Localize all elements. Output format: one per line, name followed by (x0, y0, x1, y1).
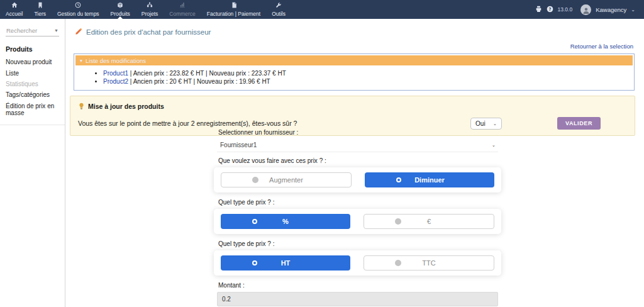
sidebar-item-tags-categories[interactable]: Tags/catégories (6, 89, 65, 100)
price-edit-form: Selectionner un fournisseur : Fournisseu… (217, 129, 498, 306)
modifications-box: ▾ Liste des modifications Product1 | Anc… (74, 53, 635, 91)
sidebar-menu: Produits Nouveau produit Liste Statistiq… (0, 36, 65, 125)
supplier-select[interactable]: Fournisseur1 ⌄ (217, 139, 498, 152)
sidebar-item-statistiques: Statistiques (6, 79, 65, 89)
confirm-select[interactable]: Oui ⌄ (470, 118, 502, 130)
action-toggle-group: Augmenter Diminuer (214, 167, 501, 193)
page-title-row: Edition des prix d'achat par fournisseur (75, 26, 644, 38)
modifications-list: Product1 | Ancien prix : 223.82 € HT | N… (74, 70, 634, 85)
modification-detail: | Ancien prix : 20 € HT | Nouveau prix :… (128, 78, 270, 85)
modification-item: Product1 | Ancien prix : 223.82 € HT | N… (103, 70, 634, 77)
supplier-select-value: Fournisseur1 (220, 142, 257, 148)
nav-item-label: Facturation | Paiement (207, 11, 260, 17)
radio-selected-icon (396, 177, 401, 182)
nav-item-label: Accueil (6, 11, 23, 17)
nav-item-tiers[interactable]: Tiers (28, 0, 52, 19)
wrench-icon (275, 2, 282, 9)
sitemap-icon (147, 2, 153, 9)
topnav-right: ? 13.0.0 Kawagency ⌄ (535, 0, 644, 19)
update-body: Vous êtes sur le point de mettre à jour … (78, 117, 627, 130)
augmenter-toggle[interactable]: Augmenter (221, 172, 352, 187)
ht-toggle[interactable]: HT (221, 255, 350, 271)
radio-selected-icon (252, 260, 257, 265)
nav-item-produits[interactable]: Produits (105, 0, 136, 19)
modifications-banner-label: Liste des modifications (86, 57, 146, 64)
modification-detail: | Ancien prix : 223.82 € HT | Nouveau pr… (128, 70, 286, 77)
chevron-down-icon[interactable]: ⌄ (631, 7, 635, 13)
chevron-down-icon: ▼ (54, 28, 58, 33)
sidebar-section-produits: Produits (6, 45, 65, 53)
search-placeholder: Rechercher (6, 27, 37, 34)
price-kind-toggle-group: % € (214, 209, 501, 234)
nav-item-gestion-du-temps[interactable]: Gestion du temps (52, 0, 105, 19)
percent-toggle[interactable]: % (221, 214, 350, 229)
ttc-toggle[interactable]: TTC (364, 255, 494, 271)
update-title-row: Mise à jour des produits (78, 101, 627, 112)
toggle-label: % (282, 218, 289, 225)
nav-item-accueil[interactable]: Accueil (0, 0, 28, 19)
return-to-selection-link[interactable]: Retourner à la selection (570, 43, 633, 50)
modifications-banner[interactable]: ▾ Liste des modifications (75, 55, 633, 65)
nav-item-outils[interactable]: Outils (266, 0, 291, 19)
nav-item-label: Projets (142, 11, 158, 17)
nav-item-projets[interactable]: Projets (136, 0, 164, 19)
top-navbar: Accueil Tiers Gestion du temps Produits … (0, 0, 644, 19)
chart-icon (179, 2, 186, 9)
valider-button[interactable]: VALIDER (557, 117, 601, 130)
svg-text:?: ? (548, 7, 551, 12)
product-link[interactable]: Product2 (103, 78, 128, 85)
amount-input[interactable] (217, 292, 498, 306)
nav-item-label: Gestion du temps (57, 11, 99, 17)
euro-toggle[interactable]: € (364, 214, 494, 229)
sidebar-item-liste[interactable]: Liste (6, 67, 65, 78)
home-icon (11, 2, 18, 9)
action-label: Que voulez vous faire avec ces prix ? : (218, 157, 498, 164)
sidebar-item-edition-prix-masse[interactable]: Édition de prix en masse (6, 101, 65, 118)
tax-toggle-group: HT TTC (214, 250, 501, 276)
chevron-down-icon: ⌄ (492, 142, 496, 148)
pencil-icon (75, 26, 82, 38)
nav-item-label: Tiers (34, 11, 46, 17)
radio-selected-icon (252, 219, 257, 224)
chevron-down-icon: ⌄ (493, 121, 497, 126)
left-sidebar: Rechercher ▼ Produits Nouveau produit Li… (0, 19, 65, 307)
price-kind-label: Quel type de prix ? : (218, 199, 498, 206)
tax-kind-label: Quel type de prix ? : (218, 240, 498, 247)
user-menu[interactable]: Kawagency (596, 6, 626, 13)
toggle-label: HT (281, 259, 291, 267)
radio-unselected-icon (395, 218, 401, 225)
product-cube-icon (117, 2, 123, 9)
update-box-title: Mise à jour des produits (88, 103, 164, 110)
page-title: Edition des prix d'achat par fournisseur (86, 28, 211, 36)
radio-unselected-icon (395, 260, 401, 266)
nav-item-label: Commerce (169, 11, 196, 17)
version-label: 13.0.0 (558, 6, 573, 13)
supplier-label: Selectionner un fournisseur : (218, 129, 498, 136)
return-row: Retourner à la selection (66, 40, 633, 51)
avatar[interactable] (580, 4, 591, 15)
update-question: Vous êtes sur le point de mettre à jour … (78, 120, 297, 127)
diminuer-toggle[interactable]: Diminuer (365, 172, 494, 187)
toggle-label: TTC (422, 259, 435, 267)
help-icon[interactable]: ? (547, 4, 553, 15)
product-link[interactable]: Product1 (103, 70, 128, 77)
toggle-label: Diminuer (414, 176, 445, 184)
main-content: Edition des prix d'achat par fournisseur… (66, 19, 644, 307)
toggle-label: € (427, 218, 431, 225)
radio-unselected-icon (252, 177, 258, 183)
caret-down-icon: ▾ (80, 58, 82, 64)
tip-icon (78, 101, 85, 112)
toggle-label: Augmenter (269, 176, 303, 184)
nav-item-label: Outils (272, 11, 286, 17)
modification-item: Product2 | Ancien prix : 20 € HT | Nouve… (103, 78, 634, 85)
sidebar-search-select[interactable]: Rechercher ▼ (6, 25, 59, 36)
amount-label: Montant : (218, 282, 498, 289)
building-icon (37, 2, 43, 9)
sidebar-item-nouveau-produit[interactable]: Nouveau produit (6, 57, 65, 67)
nav-item-facturation-paiement[interactable]: Facturation | Paiement (201, 0, 266, 19)
print-icon[interactable] (535, 4, 542, 15)
clock-icon (75, 2, 81, 9)
confirm-select-value: Oui (475, 120, 486, 127)
invoice-icon (231, 2, 237, 9)
nav-item-commerce[interactable]: Commerce (164, 0, 201, 19)
